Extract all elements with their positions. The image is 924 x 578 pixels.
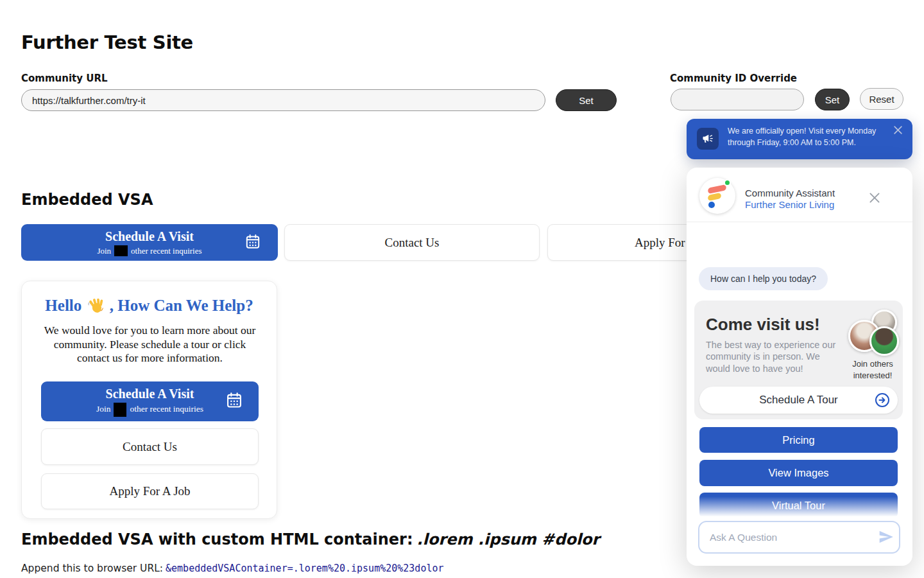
further-logo [708,184,726,194]
schedule-a-visit-button[interactable]: Schedule A Visit Joinother recent inquir… [41,381,259,421]
contact-us-button[interactable]: Contact Us [41,428,259,465]
virtual-tour-button[interactable]: Virtual Tour [699,493,898,518]
visit-card-body: The best way to experience our community… [706,339,846,374]
view-images-button[interactable]: View Images [699,460,898,486]
schedule-a-visit-button[interactable]: Schedule A Visit Joinother recent inquir… [21,224,278,261]
megaphone-icon [697,128,719,150]
schedule-title: Schedule A Visit [21,229,278,244]
hello-body-text: We would love for you to learn more abou… [40,324,260,365]
close-icon[interactable] [868,191,882,205]
social-proof-text: Join others interested! [841,358,905,381]
announcement-banner: We are officially open! Visit every Mond… [687,119,912,159]
schedule-a-tour-button[interactable]: Schedule A Tour [699,387,898,414]
custom-container-heading: Embedded VSA with custom HTML container:… [21,530,599,548]
append-url-line: Append this to browser URL:&embeddedVSAC… [21,563,444,574]
redacted-count [114,403,126,417]
calendar-icon [244,233,261,252]
pricing-button[interactable]: Pricing [699,427,898,453]
community-url-input[interactable] [21,89,545,111]
community-id-set-button[interactable]: Set [815,89,850,110]
redacted-count [114,245,128,256]
online-status-dot [724,179,731,186]
assistant-message-bubble: How can I help you today? [699,267,828,290]
send-icon[interactable] [877,529,896,547]
append-url-code: &embeddedVSAContainer=.lorem%20.ipsum%20… [166,563,443,574]
embedded-vsa-heading: Embedded VSA [21,191,153,209]
assistant-title: Community Assistant [745,188,835,198]
css-selector-text: .lorem .ipsum #dolor [417,530,600,548]
come-visit-card: Come visit us! The best way to experienc… [694,301,903,419]
avatar [699,178,735,214]
community-url-label: Community URL [21,73,108,84]
hello-heading: Hello , How Can We Help? [22,297,277,318]
visitor-avatars [848,310,903,357]
contact-us-button[interactable]: Contact Us [284,224,540,261]
community-name-link[interactable]: Further Senior Living [745,199,834,210]
embedded-vsa-card: Hello , How Can We Help? [21,281,277,519]
community-id-input[interactable] [671,89,804,110]
community-id-label: Community ID Override [670,73,797,84]
community-url-set-button[interactable]: Set [556,89,617,111]
community-id-reset-button[interactable]: Reset [860,88,903,110]
visitor-avatar [869,326,899,356]
page-title: Further Test Site [21,31,193,53]
ask-question-input[interactable] [698,521,900,554]
visit-card-heading: Come visit us! [706,315,820,335]
calendar-icon [225,391,243,412]
announcement-text: We are officially open! Visit every Mond… [728,126,884,148]
close-icon[interactable] [892,125,903,137]
wave-emoji-icon [87,297,105,318]
schedule-subtitle: Joinother recent inquiries [21,245,278,256]
chat-widget: Community Assistant Further Senior Livin… [687,168,912,566]
arrow-circle-icon [875,392,890,411]
apply-for-a-job-button[interactable]: Apply For A Job [41,473,259,509]
